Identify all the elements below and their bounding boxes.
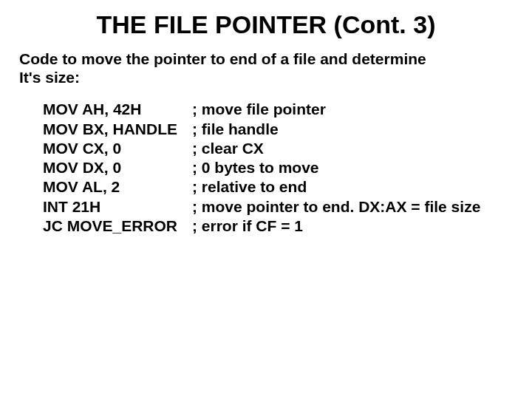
code-block: MOV AH, 42H ; move file pointer MOV BX, … xyxy=(43,100,517,236)
code-comment: ; relative to end xyxy=(192,177,307,197)
code-line: MOV AL, 2 ; relative to end xyxy=(43,177,517,197)
code-instr: MOV DX, 0 xyxy=(43,158,192,177)
code-line: JC MOVE_ERROR ; error if CF = 1 xyxy=(43,216,517,236)
code-line: MOV AH, 42H ; move file pointer xyxy=(43,100,517,119)
code-instr: INT 21H xyxy=(43,197,192,216)
code-comment: ; move pointer to end. DX:AX = file size xyxy=(192,197,480,216)
code-instr: MOV BX, HANDLE xyxy=(43,120,192,139)
code-comment: ; clear CX xyxy=(192,139,264,158)
subtitle-line-1: Code to move the pointer to end of a fil… xyxy=(19,50,517,68)
code-instr: JC MOVE_ERROR xyxy=(43,216,192,236)
code-comment: ; 0 bytes to move xyxy=(192,158,319,177)
code-instr: MOV CX, 0 xyxy=(43,139,192,158)
slide-title: THE FILE POINTER (Cont. 3) xyxy=(15,10,517,39)
code-line: INT 21H ; move pointer to end. DX:AX = f… xyxy=(43,197,517,216)
code-line: MOV DX, 0 ; 0 bytes to move xyxy=(43,158,517,177)
code-comment: ; error if CF = 1 xyxy=(192,216,303,236)
code-instr: MOV AL, 2 xyxy=(43,177,192,197)
code-line: MOV BX, HANDLE ; file handle xyxy=(43,120,517,139)
slide: THE FILE POINTER (Cont. 3) Code to move … xyxy=(0,0,532,250)
code-comment: ; file handle xyxy=(192,120,279,139)
slide-subtitle: Code to move the pointer to end of a fil… xyxy=(19,50,517,86)
subtitle-line-2: It's size: xyxy=(19,68,517,86)
code-line: MOV CX, 0 ; clear CX xyxy=(43,139,517,158)
code-instr: MOV AH, 42H xyxy=(43,100,192,119)
code-comment: ; move file pointer xyxy=(192,100,326,119)
